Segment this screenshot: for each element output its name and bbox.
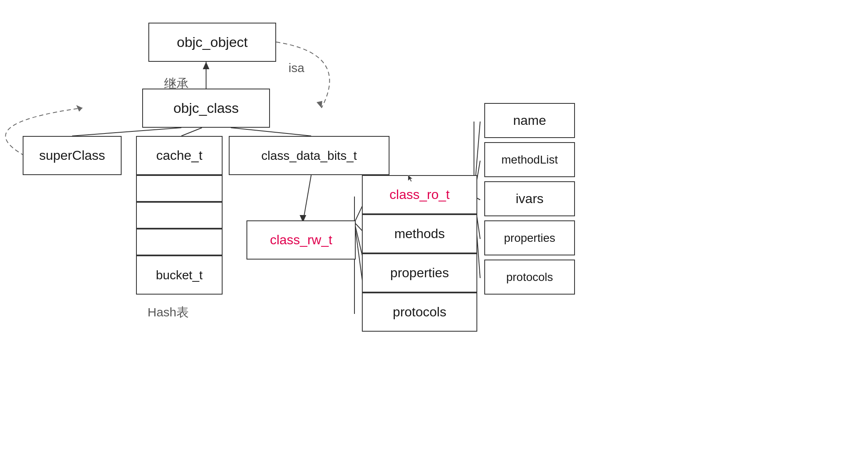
svg-line-3	[181, 128, 202, 136]
ro-protocols-label: protocols	[506, 271, 553, 284]
ro-name-box: name	[484, 103, 575, 138]
ro-methodlist-label: methodList	[502, 153, 558, 166]
ro-properties-label: properties	[504, 232, 556, 245]
rw-protocols-label: protocols	[393, 304, 446, 320]
svg-line-4	[231, 128, 311, 136]
rw-properties-box: properties	[362, 253, 477, 292]
cache-row-2	[136, 202, 223, 229]
cache-row-3	[136, 229, 223, 255]
ro-name-label: name	[513, 113, 546, 128]
objc-object-label: objc_object	[177, 34, 248, 50]
svg-line-2	[72, 128, 181, 136]
rw-methods-label: methods	[394, 226, 445, 241]
rw-properties-label: properties	[390, 265, 449, 281]
inheritance-label: 继承	[164, 75, 189, 92]
hash-table-label: Hash表	[148, 304, 189, 321]
rw-methods-box: methods	[362, 214, 477, 253]
svg-marker-1	[203, 62, 209, 69]
class-ro-t-label: class_ro_t	[389, 187, 450, 202]
svg-line-5	[303, 175, 311, 222]
class-rw-t-box: class_rw_t	[246, 220, 356, 260]
ro-properties-box: properties	[484, 220, 575, 255]
cache-t-box: cache_t	[136, 136, 223, 175]
isa-label: isa	[289, 61, 304, 75]
rw-protocols-box: protocols	[362, 292, 477, 332]
cache-t-label: cache_t	[156, 148, 202, 163]
class-ro-t-box: class_ro_t	[362, 175, 477, 214]
class-rw-t-label: class_rw_t	[270, 232, 332, 248]
ro-protocols-box: protocols	[484, 260, 575, 295]
class-data-bits-t-label: class_data_bits_t	[261, 149, 357, 163]
svg-marker-8	[317, 101, 322, 108]
ro-ivars-box: ivars	[484, 181, 575, 216]
svg-marker-7	[76, 105, 82, 112]
objc-class-label: objc_class	[174, 100, 239, 116]
objc-class-box: objc_class	[142, 89, 270, 128]
class-data-bits-t-box: class_data_bits_t	[229, 136, 389, 175]
superclass-box: superClass	[23, 136, 122, 175]
cache-row-1	[136, 175, 223, 202]
ro-methodlist-box: methodList	[484, 142, 575, 177]
objc-object-box: objc_object	[148, 23, 276, 62]
bucket-t-label: bucket_t	[156, 268, 202, 282]
diagram: objc_object objc_class superClass cache_…	[0, 0, 868, 468]
bucket-t-box: bucket_t	[136, 255, 223, 295]
ro-ivars-label: ivars	[516, 191, 544, 206]
superclass-label: superClass	[39, 148, 105, 163]
